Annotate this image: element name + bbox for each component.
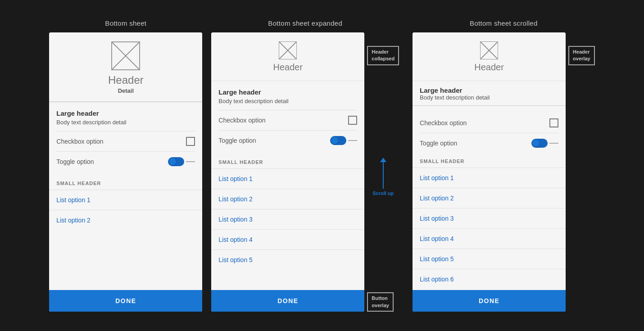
- checkbox-label-1: Checkbox option: [56, 138, 103, 145]
- list-option-3-6[interactable]: List option 6: [413, 269, 566, 289]
- image-placeholder-2: [279, 41, 297, 59]
- list-option-2-1[interactable]: List option 1: [211, 168, 364, 189]
- scroll-up-annotation: Scroll up: [367, 65, 399, 292]
- header-label-3: Header: [474, 62, 504, 73]
- body-text-1: Body text description detail: [56, 119, 195, 126]
- done-button-1[interactable]: DONE: [49, 290, 202, 312]
- header-collapsed-text: Headercollapsed: [372, 49, 395, 63]
- phone-content-2: Large header Body text description detai…: [211, 81, 364, 290]
- phone-header-2: Header: [211, 32, 364, 81]
- phone-header-3: Header: [413, 32, 566, 81]
- list-option-3-2[interactable]: List option 2: [413, 188, 566, 208]
- done-button-2[interactable]: DONE: [211, 290, 364, 312]
- toggle-switch-3[interactable]: [531, 139, 548, 148]
- checkbox-1[interactable]: [186, 137, 195, 146]
- list-option-2-2[interactable]: List option 2: [211, 189, 364, 209]
- body-text-2: Body text description detail: [218, 98, 357, 104]
- checkbox-3[interactable]: [549, 118, 558, 127]
- header-overlay-text: Headeroverlay: [573, 49, 590, 63]
- small-header-3: SMALL HEADER: [413, 153, 566, 168]
- checkbox-label-2: Checkbox option: [218, 117, 265, 124]
- content-section-3: Checkbox option Toggle option: [413, 106, 566, 153]
- list-option-2-4[interactable]: List option 4: [211, 229, 364, 249]
- checkbox-row-2: Checkbox option: [218, 110, 357, 130]
- phone-header-1: Header Detail: [49, 32, 202, 102]
- toggle-switch-2[interactable]: [330, 136, 346, 145]
- toggle-row-1: Toggle option: [56, 151, 195, 172]
- list-option-3-5[interactable]: List option 5: [413, 249, 566, 269]
- toggle-2[interactable]: [330, 136, 357, 145]
- toggle-label-3: Toggle option: [420, 140, 457, 147]
- list-option-3-1[interactable]: List option 1: [413, 168, 566, 188]
- spacer-2: [211, 270, 364, 290]
- list-option-1-2[interactable]: List option 2: [49, 210, 202, 230]
- phone-content-3: Checkbox option Toggle option SMALL HEAD…: [413, 106, 566, 290]
- section-title-2: Bottom sheet expanded: [268, 19, 342, 27]
- button-overlay-wrapper: Buttonoverlay: [367, 292, 399, 312]
- list-option-2-3[interactable]: List option 3: [211, 209, 364, 229]
- checkbox-label-3: Checkbox option: [420, 119, 467, 127]
- phone-content-1: Large header Body text description detai…: [49, 102, 202, 290]
- toggle-line-2: [348, 140, 357, 141]
- phone-frame-2: Header Large header Body text descriptio…: [211, 32, 364, 312]
- done-button-3[interactable]: DONE: [413, 290, 566, 312]
- button-overlay-annotation: Buttonoverlay: [367, 292, 394, 312]
- content-section-2: Large header Body text description detai…: [211, 81, 364, 154]
- header-collapsed-annotation: Headercollapsed: [367, 46, 399, 65]
- section-title-3: Bottom sheet scrolled: [470, 19, 538, 27]
- image-placeholder-1: [111, 41, 140, 70]
- large-header-2: Large header: [218, 88, 357, 96]
- section-title-1: Bottom sheet: [105, 19, 146, 27]
- header-label-2: Header: [273, 62, 303, 73]
- checkbox-2[interactable]: [348, 116, 357, 125]
- content-section-1: Large header Body text description detai…: [49, 102, 202, 175]
- toggle-label-1: Toggle option: [56, 158, 94, 165]
- phone-frame-3: Header Large header Body text descriptio…: [413, 32, 566, 312]
- toggle-line-1: [186, 161, 195, 162]
- toggle-row-2: Toggle option: [218, 130, 357, 150]
- checkbox-row-3: Checkbox option: [420, 113, 558, 133]
- scroll-up-text: Scroll up: [372, 190, 394, 196]
- spacer-1: [49, 230, 202, 290]
- arrow-head: [380, 158, 386, 162]
- header-overlay-annotation: Headeroverlay: [568, 46, 595, 65]
- list-option-2-5[interactable]: List option 5: [211, 249, 364, 270]
- small-header-2: SMALL HEADER: [211, 154, 364, 168]
- toggle-switch-1[interactable]: [168, 157, 184, 166]
- checkbox-row-1: Checkbox option: [56, 131, 195, 151]
- toggle-1[interactable]: [168, 157, 195, 166]
- image-placeholder-3: [480, 41, 498, 59]
- list-option-3-3[interactable]: List option 3: [413, 208, 566, 228]
- toggle-3[interactable]: [531, 139, 558, 148]
- toggle-label-2: Toggle option: [218, 137, 256, 144]
- header-label-1: Header: [108, 74, 144, 86]
- header-detail-1: Detail: [118, 87, 134, 94]
- header-overlay-wrapper: Headeroverlay: [568, 32, 595, 65]
- toggle-row-3: Toggle option: [420, 133, 558, 153]
- list-option-1-1[interactable]: List option 1: [49, 190, 202, 210]
- small-header-1: SMALL HEADER: [49, 175, 202, 190]
- partial-body-text-3: Body text description detail: [420, 94, 558, 101]
- partial-large-header-3: Large header: [420, 86, 558, 94]
- list-option-3-4[interactable]: List option 4: [413, 228, 566, 249]
- large-header-1: Large header: [56, 109, 195, 117]
- partial-header-3: Large header Body text description detai…: [413, 81, 566, 106]
- phone-frame-1: Header Detail Large header Body text des…: [49, 32, 202, 312]
- toggle-line-3: [549, 143, 558, 144]
- button-overlay-text: Buttonoverlay: [372, 295, 389, 309]
- scroll-arrow: [383, 162, 384, 189]
